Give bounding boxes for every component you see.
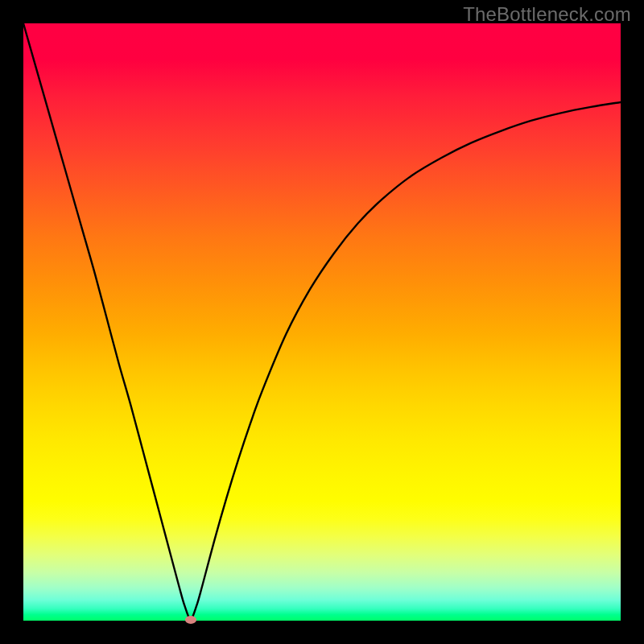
bottleneck-curve — [23, 23, 621, 621]
optimal-point-marker — [185, 616, 196, 624]
plot-area — [23, 23, 621, 621]
chart-frame: TheBottleneck.com — [0, 0, 644, 644]
watermark-text: TheBottleneck.com — [463, 3, 631, 26]
